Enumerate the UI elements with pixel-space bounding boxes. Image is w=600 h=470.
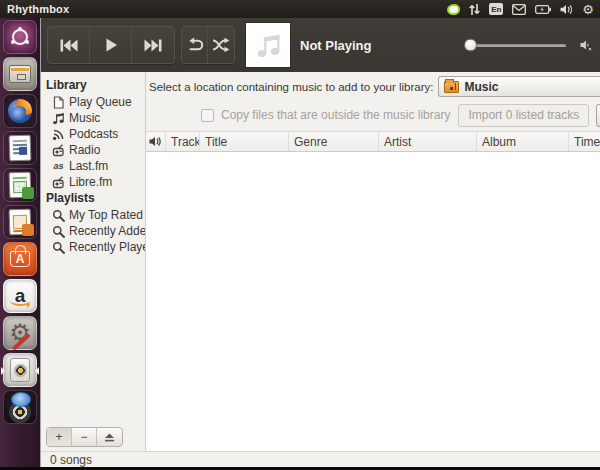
column-header-time[interactable]: Time — [569, 132, 600, 151]
launcher-icon-dash-home[interactable] — [3, 20, 37, 54]
add-playlist-button[interactable]: + — [47, 428, 72, 446]
source-tree: Library Play Queue Music Podcasts Radio — [41, 72, 145, 424]
sidebar-item-my-top-rated[interactable]: My Top Rated — [45, 207, 145, 223]
track-table-header: Track Title Genre Artist Album Time — [146, 132, 600, 152]
music-folder-icon — [444, 81, 459, 93]
import-options-row: Copy files that are outside the music li… — [146, 99, 600, 132]
playback-mode-controls — [181, 26, 235, 64]
column-header-track[interactable]: Track — [166, 132, 200, 151]
network-arrows-icon[interactable] — [469, 3, 480, 16]
column-header-title[interactable]: Title — [200, 132, 289, 151]
document-icon — [52, 96, 65, 109]
toolbar-volume-icon[interactable] — [580, 39, 592, 51]
section-header-playlists: Playlists — [45, 190, 145, 207]
remove-playlist-button[interactable]: − — [72, 428, 97, 446]
focused-indicator — [31, 367, 39, 375]
mail-envelope-icon[interactable] — [512, 4, 526, 15]
transport-controls — [47, 26, 175, 64]
launcher-icon-rhythmbox[interactable] — [3, 353, 37, 387]
music-note-icon — [253, 30, 283, 60]
column-header-artist[interactable]: Artist — [379, 132, 477, 151]
podcast-icon — [52, 128, 65, 141]
source-sidebar: Library Play Queue Music Podcasts Radio — [41, 72, 146, 451]
launcher-icon-software-center[interactable]: A — [3, 242, 37, 276]
running-indicator — [1, 367, 9, 375]
battery-icon[interactable] — [535, 5, 551, 14]
copy-files-checkbox[interactable] — [201, 109, 214, 122]
sidebar-item-recently-played[interactable]: Recently Played — [45, 239, 145, 255]
launcher-icon-libreoffice-impress[interactable] — [3, 205, 37, 239]
sidebar-item-play-queue[interactable]: Play Queue — [45, 94, 145, 110]
location-dropdown[interactable]: Music — [438, 76, 600, 97]
volume-icon[interactable] — [560, 4, 573, 15]
status-indicator-icon[interactable] — [447, 4, 460, 15]
window-title: Rhythmbox — [7, 3, 69, 15]
play-button[interactable] — [90, 27, 132, 63]
copy-files-label: Copy files that are outside the music li… — [221, 108, 450, 122]
main-pane: Select a location containing music to ad… — [146, 72, 600, 451]
lastfm-icon: as — [52, 161, 65, 171]
sidebar-item-lastfm[interactable]: as Last.fm — [45, 158, 145, 174]
playing-indicator-column[interactable] — [146, 132, 166, 151]
launcher-icon-files[interactable] — [3, 57, 37, 91]
sidebar-item-radio[interactable]: Radio — [45, 142, 145, 158]
volume-slider-handle[interactable] — [464, 39, 477, 52]
radio-icon — [52, 144, 65, 157]
volume-control — [466, 39, 592, 51]
launcher-icon-libreoffice-writer[interactable] — [3, 131, 37, 165]
now-playing-status: Not Playing — [300, 38, 372, 53]
speaker-icon — [149, 136, 162, 147]
player-toolbar: Not Playing — [41, 18, 600, 72]
location-value: Music — [464, 80, 498, 94]
launcher-icon-firefox[interactable] — [3, 94, 37, 128]
eject-icon — [104, 433, 115, 442]
rhythmbox-window: Not Playing Library Play Queue — [40, 18, 600, 467]
next-button[interactable] — [132, 27, 174, 63]
import-location-row: Select a location containing music to ad… — [146, 72, 600, 99]
sidebar-item-recently-added[interactable]: Recently Added — [45, 223, 145, 239]
launcher-icon-amazon[interactable]: a — [3, 279, 37, 313]
song-count: 0 songs — [50, 453, 92, 467]
album-art-placeholder — [245, 22, 291, 68]
window-content: Library Play Queue Music Podcasts Radio — [41, 72, 600, 451]
previous-button[interactable] — [48, 27, 90, 63]
session-gear-icon[interactable]: ⚙ — [582, 3, 594, 16]
system-tray: En ⚙ — [447, 3, 594, 16]
unity-launcher: A a ⚙ — [0, 18, 40, 470]
radio-icon — [52, 176, 65, 189]
repeat-button[interactable] — [182, 27, 208, 63]
eject-button[interactable] — [97, 428, 122, 446]
status-bar: 0 songs — [41, 451, 600, 467]
column-header-genre[interactable]: Genre — [289, 132, 379, 151]
top-panel: Rhythmbox En ⚙ — [0, 0, 600, 18]
shuffle-button[interactable] — [208, 27, 234, 63]
section-header-library: Library — [45, 77, 145, 94]
launcher-icon-system-settings[interactable]: ⚙ — [3, 316, 37, 350]
launcher-icon-libreoffice-calc[interactable] — [3, 168, 37, 202]
launcher-icon-music-store[interactable] — [3, 390, 37, 424]
playlist-action-bar: + − — [41, 424, 145, 451]
keyboard-layout-indicator[interactable]: En — [489, 3, 503, 15]
column-header-album[interactable]: Album — [477, 132, 569, 151]
search-icon — [52, 209, 65, 222]
close-button[interactable]: Close — [596, 104, 600, 127]
search-icon — [52, 225, 65, 238]
sidebar-item-podcasts[interactable]: Podcasts — [45, 126, 145, 142]
search-icon — [52, 241, 65, 254]
track-list-area[interactable] — [146, 152, 600, 451]
sidebar-item-music[interactable]: Music — [45, 110, 145, 126]
import-tracks-button[interactable]: Import 0 listed tracks — [458, 104, 589, 127]
sidebar-item-librefm[interactable]: Libre.fm — [45, 174, 145, 190]
music-notes-icon — [52, 112, 65, 125]
volume-slider[interactable] — [466, 44, 566, 47]
location-label: Select a location containing music to ad… — [149, 81, 433, 93]
